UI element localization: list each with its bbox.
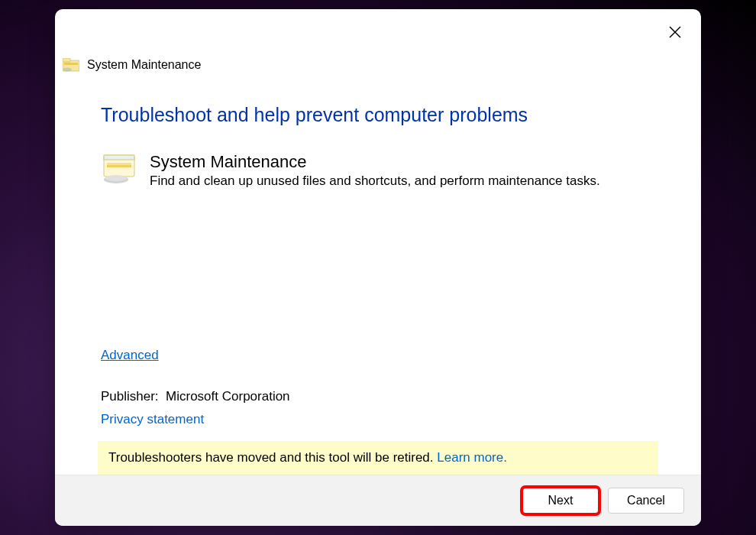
publisher-row: Publisher: Microsoft Corporation: [101, 389, 655, 404]
button-bar: Next Cancel: [55, 475, 701, 526]
svg-rect-7: [104, 155, 134, 160]
troubleshooter-dialog: System Maintenance Troubleshoot and help…: [55, 9, 701, 526]
svg-point-5: [63, 68, 72, 72]
publisher-label: Publisher:: [101, 389, 159, 404]
svg-rect-4: [64, 63, 78, 65]
notice-text: Troubleshooters have moved and this tool…: [108, 450, 437, 465]
item-description: Find and clean up unused files and short…: [150, 173, 655, 189]
system-maintenance-icon: [101, 154, 137, 184]
svg-rect-9: [107, 163, 131, 165]
item-title: System Maintenance: [150, 152, 655, 172]
next-button[interactable]: Next: [522, 488, 599, 514]
dialog-content: Troubleshoot and help prevent computer p…: [55, 72, 701, 475]
main-heading: Troubleshoot and help prevent computer p…: [101, 104, 655, 126]
dialog-title: System Maintenance: [87, 58, 201, 72]
advanced-link[interactable]: Advanced: [101, 348, 159, 363]
cancel-button[interactable]: Cancel: [608, 488, 684, 514]
troubleshooter-item: System Maintenance Find and clean up unu…: [101, 152, 655, 189]
close-icon: [668, 25, 682, 39]
close-button[interactable]: [666, 23, 684, 41]
svg-rect-3: [63, 58, 70, 62]
troubleshooter-item-text: System Maintenance Find and clean up unu…: [150, 152, 655, 189]
publisher-value: Microsoft Corporation: [166, 389, 290, 404]
dialog-header: System Maintenance: [55, 9, 701, 72]
retirement-notice: Troubleshooters have moved and this tool…: [98, 441, 658, 475]
folder-icon: [63, 58, 79, 72]
learn-more-link[interactable]: Learn more.: [437, 450, 507, 465]
svg-point-11: [105, 175, 127, 181]
privacy-statement-link[interactable]: Privacy statement: [101, 412, 204, 427]
